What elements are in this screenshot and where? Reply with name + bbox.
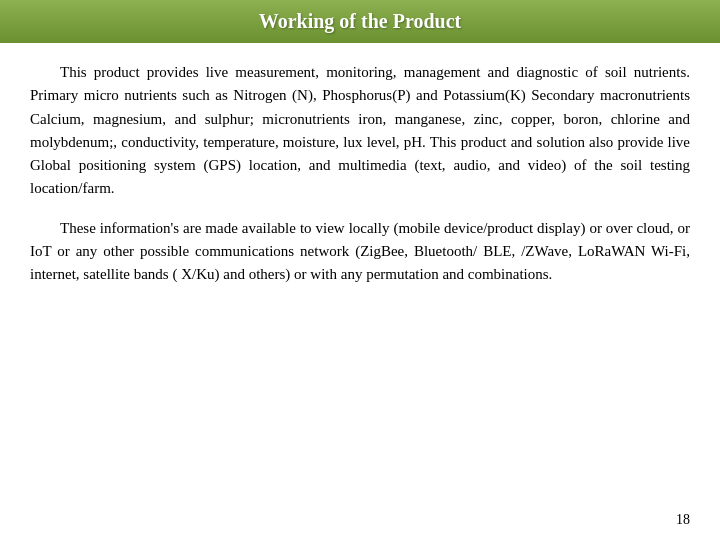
page-number: 18 <box>676 512 690 528</box>
title-bar: Working of the Product <box>0 0 720 43</box>
page-title: Working of the Product <box>259 10 461 32</box>
second-paragraph: These information's are made available t… <box>30 217 690 287</box>
first-paragraph: This product provides live measurement, … <box>30 61 690 201</box>
page-container: Working of the Product This product prov… <box>0 0 720 540</box>
content-area: This product provides live measurement, … <box>0 43 720 312</box>
